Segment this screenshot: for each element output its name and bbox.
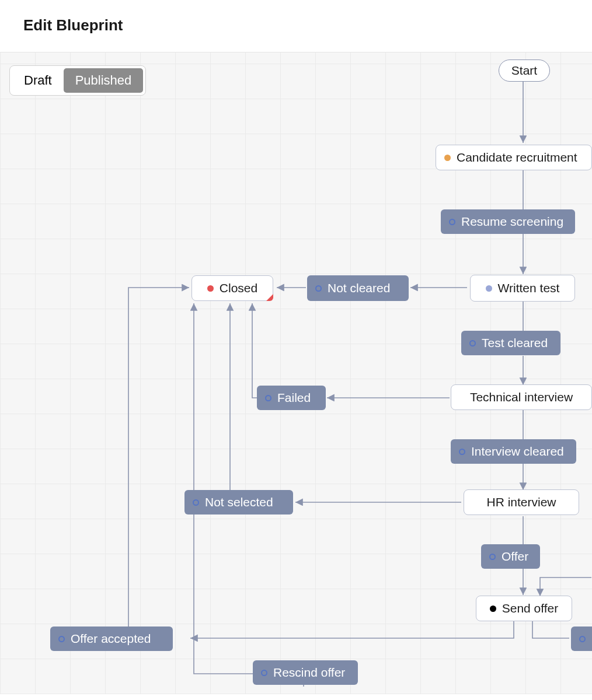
node-technical-interview[interactable]: Technical interview [451,384,592,410]
dot-icon [58,636,65,642]
transition-test-cleared[interactable]: Test cleared [461,331,560,355]
page-title: Edit Blueprint [23,16,569,34]
node-hr-interview[interactable]: HR interview [464,489,579,515]
node-label: Failed [277,391,311,405]
blueprint-canvas[interactable]: Draft Published [0,52,592,694]
dot-icon [469,340,476,346]
node-candidate-recruitment[interactable]: Candidate recruitment [436,145,592,170]
node-label: Test cleared [482,336,548,350]
node-label: Offer accepted [71,632,151,646]
flag-icon [266,294,273,301]
dot-icon [207,285,214,292]
transition-interview-cleared[interactable]: Interview cleared [451,439,576,464]
node-send-offer[interactable]: Send offer [476,596,572,621]
node-label: Candidate recruitment [457,150,577,164]
node-written-test[interactable]: Written test [470,275,575,302]
dot-icon [444,155,451,161]
node-closed[interactable]: Closed [191,275,273,301]
transition-not-selected[interactable]: Not selected [184,490,293,514]
node-label: Rescind offer [273,666,345,680]
node-label: Not cleared [328,281,390,295]
node-start[interactable]: Start [499,60,550,82]
transition-not-cleared[interactable]: Not cleared [307,275,409,301]
dot-icon [459,449,465,455]
node-label: Interview cleared [471,444,564,459]
tab-draft[interactable]: Draft [12,68,64,93]
node-label: Offer [502,550,528,564]
transition-offer[interactable]: Offer [481,544,540,569]
dot-icon [489,554,496,560]
dot-icon [490,606,496,612]
dot-icon [193,499,199,506]
node-label: Technical interview [470,390,573,404]
tab-published[interactable]: Published [64,68,144,93]
dot-icon [449,219,455,225]
node-label: Start [511,64,537,78]
node-label: HR interview [486,495,556,509]
node-label: Written test [498,281,560,295]
node-label: Closed [220,281,257,295]
dot-icon [579,636,586,642]
node-label: Resume screening [461,215,563,229]
node-label: Send offer [502,601,559,615]
transition-resume-screening[interactable]: Resume screening [441,209,575,234]
transition-offer-accepted[interactable]: Offer accepted [50,626,173,651]
dot-icon [315,285,322,292]
transition-partial-right[interactable] [571,626,592,651]
dot-icon [261,670,267,676]
dot-icon [265,395,271,401]
transition-rescind-offer[interactable]: Rescind offer [253,660,358,685]
view-toggle: Draft Published [9,65,146,96]
transition-failed[interactable]: Failed [257,386,326,410]
dot-icon [486,285,492,292]
node-label: Not selected [205,495,273,509]
